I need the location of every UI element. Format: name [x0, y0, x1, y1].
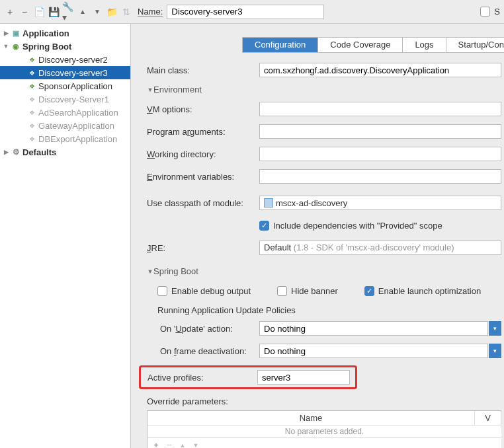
- environment-section-header[interactable]: ▼Environment: [147, 85, 501, 94]
- table-header-value[interactable]: V: [475, 411, 501, 425]
- program-arguments-input[interactable]: [259, 124, 501, 139]
- leafg-icon: [26, 107, 37, 118]
- leaf-icon: [26, 81, 37, 91]
- active-profiles-label: Active profiles:: [147, 373, 257, 383]
- env-variables-input[interactable]: [259, 169, 501, 184]
- main-class-label: Main class:: [147, 65, 259, 75]
- enable-debug-label: Enable debug output: [171, 286, 251, 296]
- tree-node-discovery-server1[interactable]: Discovery-Server1: [0, 93, 130, 106]
- on-update-label: On 'Update' action:: [147, 324, 259, 334]
- on-frame-select[interactable]: [259, 344, 488, 358]
- tree-node-application[interactable]: ▶Application: [0, 26, 130, 40]
- leafg-icon: [26, 120, 37, 131]
- tree-node-defaults[interactable]: ▶Defaults: [0, 145, 130, 159]
- jre-label: JRE:: [147, 243, 259, 253]
- copy-config-button[interactable]: 📄: [33, 6, 45, 18]
- active-profiles-input[interactable]: [257, 370, 350, 385]
- sort-icon[interactable]: ⇅: [120, 6, 132, 18]
- active-profiles-highlight: Active profiles:: [139, 365, 357, 389]
- tree-node-dbexportapplication[interactable]: DBExportApplication: [0, 132, 130, 145]
- hide-banner-label: Hide banner: [291, 286, 338, 296]
- tree-node-gatewayapplication[interactable]: GatewayApplication: [0, 119, 130, 132]
- top-toolbar: + − 📄 💾 🔧▾ ▲ ▼ 📁 ⇅ Name: S: [0, 0, 504, 24]
- table-header-name[interactable]: Name: [147, 411, 475, 425]
- tree-node-spring-boot[interactable]: ▼Spring Boot: [0, 40, 130, 53]
- tab-code-coverage[interactable]: Code Coverage: [318, 38, 403, 52]
- add-param-button[interactable]: +: [151, 440, 161, 448]
- tree-node-discovery-server2[interactable]: Discovery-server2: [0, 53, 130, 66]
- leafg-icon: [26, 133, 37, 144]
- update-policies-header: Running Application Update Policies: [157, 305, 501, 315]
- remove-config-button[interactable]: −: [19, 6, 30, 18]
- settings-icon[interactable]: 🔧▾: [62, 6, 74, 18]
- move-down-icon[interactable]: ▼: [91, 6, 103, 18]
- app-icon: [11, 28, 21, 38]
- main-class-input[interactable]: [259, 63, 501, 77]
- on-frame-dropdown-icon[interactable]: [489, 344, 501, 358]
- include-provided-label: Include dependencies with "Provided" sco…: [273, 221, 442, 231]
- tab-configuration[interactable]: Configuration: [243, 38, 318, 52]
- working-directory-label: Working directory:: [147, 149, 259, 159]
- move-param-down-button[interactable]: ▼: [191, 442, 200, 449]
- override-parameters-table: Name V No parameters added. + − ▲ ▼: [147, 410, 501, 448]
- program-arguments-label: Program arguments:: [147, 127, 259, 137]
- folder-icon[interactable]: 📁: [106, 6, 118, 18]
- enable-launch-opt-label: Enable launch optimization: [378, 286, 481, 296]
- include-provided-checkbox[interactable]: [259, 221, 269, 231]
- module-icon: [264, 198, 273, 207]
- move-param-up-button[interactable]: ▲: [178, 442, 187, 449]
- env-variables-label: Environment variables:: [147, 172, 259, 182]
- working-directory-input[interactable]: [259, 147, 501, 161]
- tab-logs[interactable]: Logs: [403, 38, 446, 52]
- tree-node-discovery-server3[interactable]: Discovery-server3: [0, 66, 130, 79]
- no-parameters-text: No parameters added.: [147, 426, 501, 437]
- remove-param-button[interactable]: −: [165, 440, 174, 448]
- leaf-icon: [26, 67, 37, 78]
- on-update-dropdown-icon[interactable]: [489, 321, 501, 336]
- leafg-icon: [26, 94, 37, 104]
- vm-options-label: VM options:: [147, 104, 259, 114]
- add-config-button[interactable]: +: [4, 6, 16, 18]
- leaf-icon: [26, 54, 37, 65]
- jre-select[interactable]: Default (1.8 - SDK of 'mscx-ad-discovery…: [259, 241, 501, 255]
- move-up-icon[interactable]: ▲: [77, 6, 89, 18]
- hide-banner-checkbox[interactable]: [277, 286, 287, 296]
- tree-node-sponsorapplication[interactable]: SponsorApplication: [0, 79, 130, 93]
- spring-icon: [11, 41, 21, 52]
- on-update-select[interactable]: [259, 321, 488, 336]
- tab-startup-connecti[interactable]: Startup/Connecti: [446, 38, 504, 52]
- classpath-module-select[interactable]: mscx-ad-discovery: [259, 196, 501, 210]
- tab-bar: ConfigurationCode CoverageLogsStartup/Co…: [242, 37, 504, 53]
- vm-options-input[interactable]: [259, 102, 501, 116]
- tree-node-adsearchapplication[interactable]: AdSearchApplication: [0, 106, 130, 119]
- store-project-file-checkbox[interactable]: [480, 7, 490, 17]
- name-input[interactable]: [167, 5, 324, 19]
- store-project-file-label: S: [494, 7, 500, 17]
- config-tree[interactable]: ▶Application▼Spring BootDiscovery-server…: [0, 24, 131, 448]
- override-parameters-label: Override parameters:: [147, 396, 228, 406]
- classpath-module-label: Use classpath of module:: [147, 198, 259, 208]
- on-frame-label: On frame deactivation:: [147, 346, 259, 356]
- name-label: Name:: [138, 7, 163, 17]
- springboot-section-header[interactable]: ▼Spring Boot: [147, 266, 501, 276]
- enable-launch-opt-checkbox[interactable]: [364, 286, 374, 296]
- save-template-icon[interactable]: 💾: [48, 6, 60, 18]
- def-icon: [11, 147, 21, 157]
- enable-debug-checkbox[interactable]: [157, 286, 167, 296]
